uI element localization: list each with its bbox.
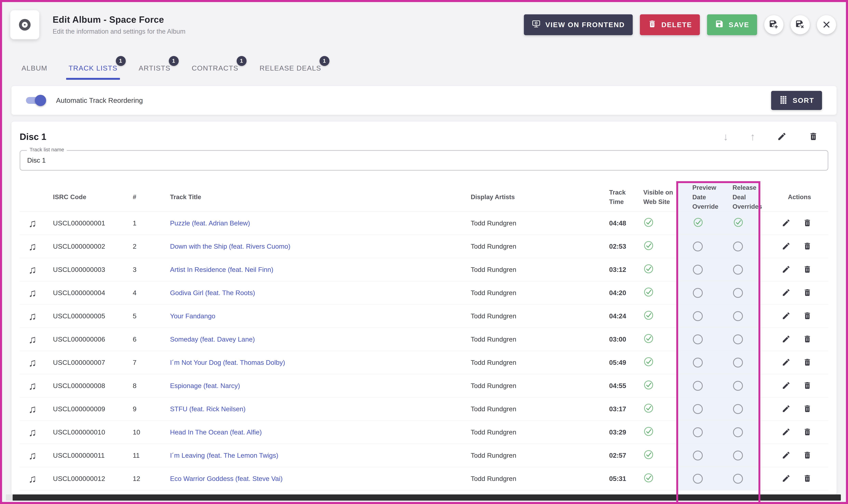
sort-button[interactable]: SORT (771, 91, 822, 110)
track-title-link[interactable]: I´m Not Your Dog (feat. Thomas Dolby) (170, 359, 285, 366)
preview-date-override-cell[interactable] (678, 374, 719, 397)
preview-date-override-cell[interactable] (678, 235, 719, 258)
preview-date-override-cell[interactable] (678, 398, 719, 420)
delete-track-button[interactable] (803, 311, 812, 321)
release-deal-override-cell[interactable] (719, 212, 759, 235)
tab-release-deals[interactable]: RELEASE DEALS1 (257, 60, 324, 80)
visible-on-website-cell[interactable] (636, 310, 678, 322)
preview-date-override-cell[interactable] (678, 328, 719, 351)
preview-date-override-cell[interactable] (678, 282, 719, 304)
visible-on-website-cell[interactable] (636, 217, 678, 229)
delete-track-button[interactable] (803, 474, 812, 483)
release-deal-override-cell[interactable] (719, 467, 759, 490)
close-button[interactable] (817, 15, 836, 34)
delete-track-button[interactable] (803, 428, 812, 437)
visible-on-website-cell[interactable] (636, 449, 678, 462)
edit-track-button[interactable] (782, 474, 791, 483)
view-on-frontend-button[interactable]: VIEW ON FRONTEND (524, 14, 633, 35)
release-deal-override-cell[interactable] (719, 421, 759, 444)
delete-track-button[interactable] (803, 381, 812, 391)
track-title-link[interactable]: Someday (feat. Davey Lane) (170, 336, 255, 343)
track-title-link[interactable]: Artist In Residence (feat. Neil Finn) (170, 266, 273, 273)
number-cell: 8 (128, 382, 165, 390)
track-title-link[interactable]: Puzzle (feat. Adrian Belew) (170, 219, 250, 227)
empty-circle-icon (733, 265, 743, 275)
actions-cell (759, 288, 828, 298)
preview-date-override-cell[interactable] (678, 305, 719, 328)
delete-track-button[interactable] (803, 451, 812, 460)
save-and-close-button[interactable] (791, 15, 810, 34)
tab-artists[interactable]: ARTISTS1 (136, 60, 173, 80)
visible-on-website-cell[interactable] (636, 472, 678, 485)
move-disc-up-button[interactable]: ↑ (750, 132, 755, 142)
release-deal-override-cell[interactable] (719, 398, 759, 420)
preview-date-override-cell[interactable] (678, 258, 719, 281)
delete-track-button[interactable] (803, 358, 812, 367)
track-title-link[interactable]: Down with the Ship (feat. Rivers Cuomo) (170, 243, 290, 250)
preview-date-override-cell[interactable] (678, 421, 719, 444)
track-title-link[interactable]: Head In The Ocean (feat. Alfie) (170, 429, 262, 436)
automatic-track-reordering-toggle[interactable] (26, 95, 46, 106)
visible-on-website-cell[interactable] (636, 333, 678, 345)
edit-track-button[interactable] (782, 358, 791, 367)
track-title-link[interactable]: I´m Leaving (feat. The Lemon Twigs) (170, 452, 278, 459)
edit-track-button[interactable] (782, 451, 791, 460)
preview-date-override-cell[interactable] (678, 444, 719, 467)
number-cell: 12 (128, 475, 165, 483)
track-title-link[interactable]: Your Fandango (170, 312, 215, 320)
preview-date-override-cell[interactable] (678, 212, 719, 235)
preview-date-override-cell[interactable] (678, 351, 719, 374)
track-title-link[interactable]: STFU (feat. Rick Neilsen) (170, 405, 246, 413)
visible-on-website-cell[interactable] (636, 380, 678, 392)
delete-track-button[interactable] (803, 242, 812, 251)
visible-on-website-cell[interactable] (636, 264, 678, 276)
release-deal-override-cell[interactable] (719, 235, 759, 258)
edit-track-button[interactable] (782, 288, 791, 298)
save-and-new-button[interactable] (764, 15, 783, 34)
music-note-icon: ♫ (28, 241, 37, 252)
edit-track-button[interactable] (782, 242, 791, 251)
edit-track-button[interactable] (782, 218, 791, 228)
release-deal-override-cell[interactable] (719, 374, 759, 397)
save-button[interactable]: SAVE (707, 14, 757, 35)
horizontal-scrollbar-thumb[interactable] (13, 494, 841, 501)
preview-date-override-cell[interactable] (678, 467, 719, 490)
release-deal-override-cell[interactable] (719, 282, 759, 304)
track-title-link[interactable]: Espionage (feat. Narcy) (170, 382, 240, 390)
artist-cell: Todd Rundgren (465, 336, 601, 343)
edit-track-button[interactable] (782, 335, 791, 344)
tab-track-lists[interactable]: TRACK LISTS1 (66, 60, 120, 80)
visible-on-website-cell[interactable] (636, 287, 678, 299)
track-title-link[interactable]: Eco Warrior Goddess (feat. Steve Vai) (170, 475, 283, 482)
edit-track-button[interactable] (782, 381, 791, 391)
delete-track-button[interactable] (803, 288, 812, 298)
col-track-time: Track Time (601, 188, 636, 206)
release-deal-override-cell[interactable] (719, 258, 759, 281)
tab-contracts[interactable]: CONTRACTS1 (189, 60, 241, 80)
delete-track-button[interactable] (803, 404, 812, 414)
visible-on-website-cell[interactable] (636, 240, 678, 252)
edit-track-button[interactable] (782, 265, 791, 274)
delete-track-button[interactable] (803, 218, 812, 228)
delete-track-button[interactable] (803, 335, 812, 344)
move-disc-down-button[interactable]: ↓ (723, 132, 728, 142)
release-deal-override-cell[interactable] (719, 444, 759, 467)
release-deal-override-cell[interactable] (719, 305, 759, 328)
edit-track-button[interactable] (782, 404, 791, 414)
edit-disc-button[interactable] (777, 132, 787, 142)
edit-track-button[interactable] (782, 428, 791, 437)
delete-button[interactable]: DELETE (640, 14, 700, 35)
edit-track-button[interactable] (782, 311, 791, 321)
release-deal-override-cell[interactable] (719, 351, 759, 374)
delete-disc-button[interactable] (809, 132, 818, 142)
tracklist-name-input[interactable] (20, 151, 828, 170)
tab-album[interactable]: ALBUM (19, 60, 50, 80)
visible-on-website-cell[interactable] (636, 403, 678, 415)
visible-on-website-cell[interactable] (636, 426, 678, 438)
track-icon-cell: ♫ (20, 287, 45, 299)
visible-on-website-cell[interactable] (636, 357, 678, 368)
delete-track-button[interactable] (803, 265, 812, 274)
release-deal-override-cell[interactable] (719, 328, 759, 351)
track-title-link[interactable]: Godiva Girl (feat. The Roots) (170, 289, 255, 296)
music-note-icon: ♫ (28, 473, 37, 484)
